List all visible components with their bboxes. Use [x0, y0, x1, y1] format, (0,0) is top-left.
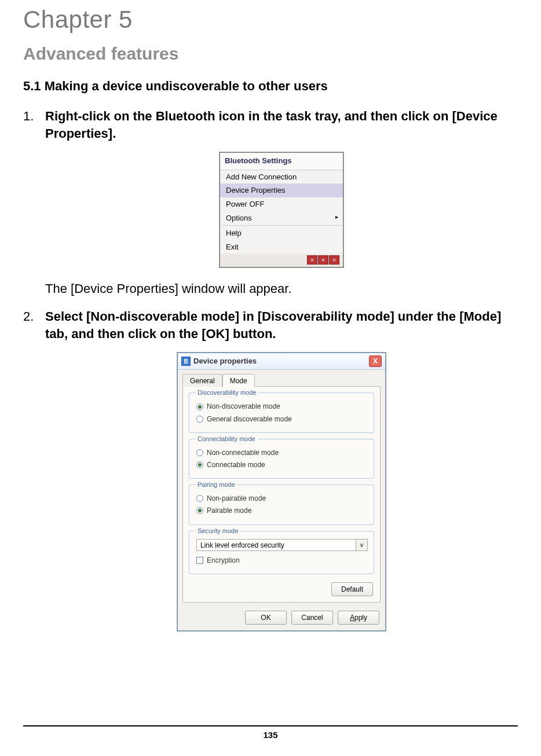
security-mode-select[interactable]: Link level enforced security v — [196, 539, 368, 551]
step-1-number: 1. — [23, 108, 34, 125]
chevron-right-icon: ▸ — [335, 213, 338, 221]
subsection-heading: 5.1 Making a device undiscoverable to ot… — [23, 79, 518, 94]
radio-icon — [196, 495, 203, 502]
context-menu: Bluetooth Settings Add New Connection De… — [220, 152, 343, 267]
ok-button[interactable]: OK — [245, 611, 287, 625]
chevron-down-icon[interactable]: v — [356, 539, 368, 551]
radio-label: General discoverable mode — [207, 414, 292, 424]
legend-pairing: Pairing mode — [195, 480, 237, 489]
step-2-text: Select [Non-discoverable mode] in [Disco… — [45, 309, 501, 341]
checkbox-encryption[interactable]: Encryption — [196, 556, 368, 565]
page-number: 135 — [23, 730, 518, 740]
radio-icon — [196, 449, 203, 456]
menu-item-power-off[interactable]: Power OFF — [220, 197, 343, 211]
default-button[interactable]: Default — [331, 582, 373, 596]
legend-connectability: Connectability mode — [195, 435, 258, 443]
legend-security: Security mode — [195, 527, 240, 535]
group-pairing: Pairing mode Non-pairable mode Pairable … — [189, 485, 374, 524]
step-1-note: The [Device Properties] window will appe… — [45, 280, 518, 298]
group-security: Security mode Link level enforced securi… — [189, 531, 374, 574]
menu-item-add-new-connection[interactable]: Add New Connection — [220, 170, 343, 184]
tab-mode[interactable]: Mode — [222, 374, 255, 387]
checkbox-icon — [196, 557, 203, 564]
checkbox-label: Encryption — [207, 556, 240, 565]
chapter-title: Chapter 5 — [23, 6, 518, 34]
menu-item-options[interactable]: Options ▸ — [220, 211, 343, 225]
security-mode-value: Link level enforced security — [196, 539, 356, 551]
close-button[interactable]: X — [369, 355, 382, 367]
tray-close-icon[interactable]: × — [307, 255, 317, 265]
radio-non-connectable[interactable]: Non-connectable mode — [196, 448, 368, 457]
radio-label: Connectable mode — [207, 460, 265, 469]
group-discoverability: Discoverability mode Non-discoverable mo… — [189, 392, 374, 432]
page-footer: 135 — [23, 725, 518, 740]
menu-item-options-label: Options — [226, 214, 252, 222]
radio-icon — [196, 507, 203, 514]
radio-icon — [196, 403, 203, 410]
context-menu-title: Bluetooth Settings — [220, 153, 343, 170]
radio-general-discoverable[interactable]: General discoverable mode — [196, 414, 368, 424]
cancel-button[interactable]: Cancel — [291, 611, 333, 625]
tray-close-icon[interactable]: × — [329, 255, 339, 265]
step-2-number: 2. — [23, 308, 34, 325]
radio-non-pairable[interactable]: Non-pairable mode — [196, 494, 368, 503]
dialog-tabs: General Mode — [182, 373, 385, 386]
tab-general[interactable]: General — [182, 374, 222, 387]
step-1-text: Right-click on the Bluetooth icon in the… — [45, 109, 498, 141]
tab-mode-pane: Discoverability mode Non-discoverable mo… — [182, 386, 381, 602]
menu-item-exit[interactable]: Exit — [220, 240, 343, 254]
task-tray: × × × — [220, 254, 343, 267]
menu-separator — [221, 225, 342, 226]
radio-label: Non-connectable mode — [207, 448, 279, 457]
radio-label: Pairable mode — [207, 506, 251, 515]
device-properties-dialog: B Device properties X General Mode Disco… — [177, 353, 386, 631]
radio-non-discoverable[interactable]: Non-discoverable mode — [196, 402, 368, 411]
radio-label: Non-discoverable mode — [207, 402, 280, 411]
radio-icon — [196, 461, 203, 468]
menu-item-help[interactable]: Help — [220, 226, 343, 240]
apply-button[interactable]: Apply — [338, 611, 379, 625]
radio-label: Non-pairable mode — [207, 494, 266, 503]
tray-close-icon[interactable]: × — [318, 255, 328, 265]
radio-connectable[interactable]: Connectable mode — [196, 460, 368, 469]
bluetooth-icon: B — [181, 357, 191, 366]
footer-rule — [23, 725, 518, 726]
radio-pairable[interactable]: Pairable mode — [196, 506, 368, 515]
step-1: 1. Right-click on the Bluetooth icon in … — [45, 108, 518, 298]
menu-item-device-properties[interactable]: Device Properties — [220, 184, 343, 197]
radio-icon — [196, 416, 203, 423]
legend-discoverability: Discoverability mode — [195, 388, 258, 397]
dialog-titlebar: B Device properties X — [178, 353, 385, 370]
section-heading: Advanced features — [23, 44, 518, 64]
dialog-title: Device properties — [193, 356, 257, 366]
group-connectability: Connectability mode Non-connectable mode… — [189, 439, 374, 479]
step-2: 2. Select [Non-discoverable mode] in [Di… — [45, 308, 518, 631]
